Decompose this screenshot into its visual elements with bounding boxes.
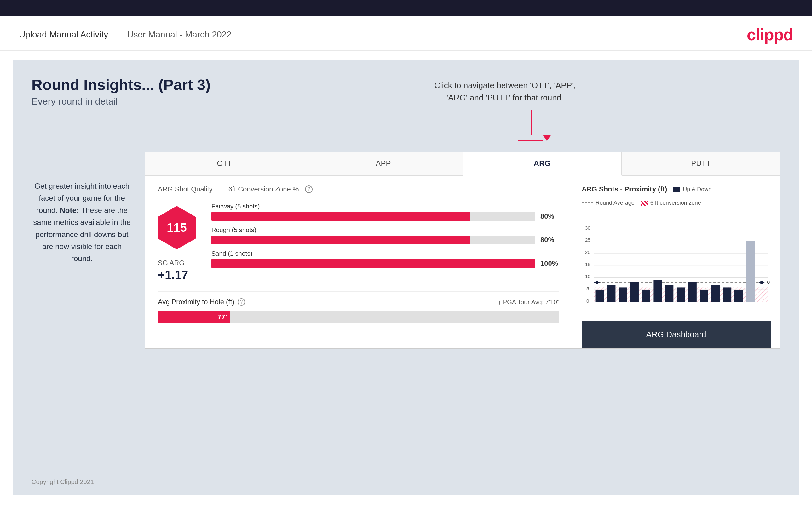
shot-row-rough: Rough (5 shots) 80% [211,226,559,244]
hex-value: 115 [167,221,187,235]
svg-rect-23 [630,282,639,302]
section-header: ARG Shot Quality 6ft Conversion Zone % ? [158,185,559,193]
svg-rect-20 [596,290,604,302]
bar-pct-rough: 80% [541,236,559,244]
manual-date-label: User Manual - March 2022 [127,30,231,40]
svg-text:10: 10 [585,274,591,279]
svg-text:5: 5 [587,286,589,291]
bar-pct-fairway: 80% [541,212,559,220]
legend-round-avg: Round Average [582,200,635,206]
svg-text:0: 0 [587,298,589,303]
legend-dash-icon [582,203,593,204]
svg-rect-25 [653,280,662,302]
legend-6ft-label: 6 ft conversion zone [650,200,701,206]
svg-rect-24 [642,290,650,302]
arg-chart-svg: 0 5 10 15 20 25 30 [582,213,771,313]
bar-bg-fairway [211,212,535,221]
main-content: Round Insights... (Part 3) Every round i… [13,60,799,495]
top-bar [0,0,812,16]
svg-rect-34 [747,241,755,302]
legend-hatch-icon [641,201,648,206]
bar-fill-fairway [211,212,470,221]
proximity-bar-fill: 77' [158,311,230,323]
proximity-header: Avg Proximity to Hole (ft) ? ↑ PGA Tour … [158,298,559,306]
svg-rect-28 [688,282,697,302]
bar-fill-rough [211,235,470,244]
sg-label: SG ARG [158,259,196,267]
bar-row-sand: 100% [211,259,559,268]
proximity-section: Avg Proximity to Hole (ft) ? ↑ PGA Tour … [158,291,559,323]
proximity-label-text: Avg Proximity to Hole (ft) [158,298,235,306]
tab-app[interactable]: APP [304,152,463,175]
legend-round-avg-label: Round Average [596,200,635,206]
bar-pct-sand: 100% [541,260,559,268]
arrow-head [543,135,551,141]
nav-hint-text: Click to navigate between 'OTT', 'APP','… [434,80,576,102]
bar-row-rough: 80% [211,235,559,244]
svg-marker-17 [594,281,600,284]
svg-rect-29 [700,290,708,302]
shot-quality-label: ARG Shot Quality [158,185,213,193]
header: Upload Manual Activity User Manual - Mar… [0,16,812,51]
dashboard-panel: OTT APP ARG PUTT ARG Shot Quality 6ft Co… [145,152,780,349]
svg-text:20: 20 [585,249,591,255]
proximity-bar-value: 77' [218,313,227,321]
svg-rect-31 [723,287,731,302]
insight-note: Note: [60,206,79,215]
legend-box-icon [673,187,680,192]
hexagon-score-wrapper: 115 SG ARG +1.17 [158,203,196,282]
help-icon[interactable]: ? [305,185,313,193]
arrow-horizontal [518,140,543,141]
svg-text:25: 25 [585,237,591,242]
panel-right: ARG Shots - Proximity (ft) Up & Down Rou… [572,176,780,348]
arg-dashboard-button[interactable]: ARG Dashboard [582,321,771,348]
svg-rect-32 [734,290,743,302]
panel-left: ARG Shot Quality 6ft Conversion Zone % ?… [145,176,572,348]
svg-text:8: 8 [767,279,770,285]
shot-bars: Fairway (5 shots) 80% Rough (5 shots) [211,203,559,274]
legend-up-down: Up & Down [673,186,711,193]
shot-row-fairway: Fairway (5 shots) 80% [211,203,559,221]
bar-bg-rough [211,235,535,244]
tab-ott[interactable]: OTT [145,152,304,175]
upload-manual-label: Upload Manual Activity [19,30,108,40]
bar-bg-sand [211,259,535,268]
tab-row: OTT APP ARG PUTT [145,152,780,176]
page-subtitle: Every round in detail [32,96,780,107]
shot-row-sand: Sand (1 shots) 100% [211,250,559,268]
legend-6ft-zone: 6 ft conversion zone [641,200,701,206]
arrow-vertical [530,110,531,135]
proximity-bar-bg: 77' [158,311,559,323]
arrow-elbow [518,135,551,141]
proximity-help-icon[interactable]: ? [238,298,245,306]
sg-value: +1.17 [158,268,196,282]
page-title: Round Insights... (Part 3) [32,76,780,94]
svg-text:15: 15 [585,262,591,267]
bar-row-fairway: 80% [211,212,559,221]
pga-avg-label: ↑ PGA Tour Avg: 7'10" [498,298,559,306]
nav-hint: Click to navigate between 'OTT', 'APP','… [434,79,576,141]
footer: Copyright Clippd 2021 [32,478,94,486]
shot-label-sand: Sand (1 shots) [211,250,559,257]
chart-area: 0 5 10 15 20 25 30 [582,213,771,315]
panel-body: ARG Shot Quality 6ft Conversion Zone % ?… [145,176,780,348]
svg-rect-27 [676,287,685,302]
tab-putt[interactable]: PUTT [622,152,780,175]
svg-rect-30 [711,285,720,302]
insight-text-block: Get greater insight into each facet of y… [32,180,132,265]
chart-header: ARG Shots - Proximity (ft) Up & Down Rou… [582,185,771,206]
chart-title: ARG Shots - Proximity (ft) [582,185,667,193]
tab-arg[interactable]: ARG [463,152,622,176]
svg-marker-18 [758,281,764,284]
sg-section: SG ARG +1.17 [158,259,196,282]
svg-rect-26 [665,285,673,302]
header-left: Upload Manual Activity User Manual - Mar… [19,30,232,40]
proximity-cursor [365,310,366,324]
hexagon-score: 115 [158,206,196,249]
clippd-logo: clippd [747,25,793,44]
shot-label-rough: Rough (5 shots) [211,226,559,234]
svg-rect-22 [618,287,627,302]
proximity-label: Avg Proximity to Hole (ft) ? [158,298,245,306]
svg-text:30: 30 [585,225,591,230]
svg-rect-21 [607,285,615,302]
